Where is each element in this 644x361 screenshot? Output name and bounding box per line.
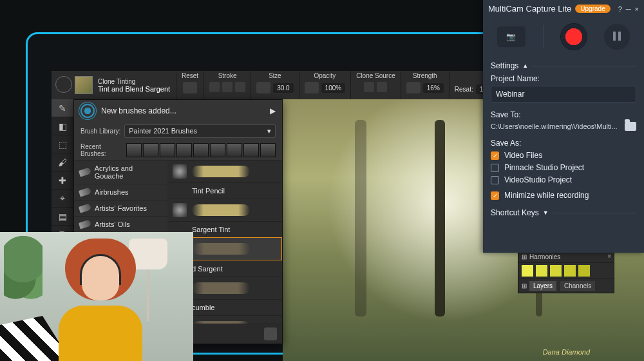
save-as-pinnacle-checkbox[interactable]: Pinnacle Studio Project [491, 163, 636, 172]
color-swatch[interactable] [536, 265, 547, 277]
eyedropper-tool-icon[interactable]: ✎ [52, 99, 73, 117]
brush-category-item[interactable]: Airbrushes [74, 184, 167, 200]
webcam-overlay [0, 232, 193, 361]
close-window-icon[interactable]: × [635, 5, 639, 14]
strength-label: Strength [413, 72, 437, 79]
plant-shape [4, 236, 43, 313]
minimize-window-icon[interactable]: ─ [626, 5, 631, 14]
opacity-icon[interactable] [305, 82, 319, 93]
recent-brush-thumb[interactable] [210, 143, 225, 157]
opacity-value[interactable]: 100% [321, 83, 346, 93]
tool-icon[interactable]: ◧ [52, 117, 73, 135]
checkbox-checked-icon: ✓ [491, 191, 499, 200]
brush-swatch-icon [173, 203, 187, 217]
reset-group: Reset [176, 71, 204, 99]
tool-icon[interactable]: ✚ [52, 171, 73, 190]
size-value[interactable]: 30.0 [273, 83, 293, 93]
save-as-label: Save As: [491, 139, 636, 148]
clone-icon[interactable] [364, 82, 374, 92]
recent-brush-thumb[interactable] [227, 143, 242, 157]
caret-up-icon: ▲ [522, 63, 528, 69]
color-swatch[interactable] [550, 265, 562, 277]
save-as-videostudio-checkbox[interactable]: VideoStudio Project [491, 175, 636, 184]
record-button[interactable] [561, 24, 587, 50]
brush-stroke-preview [192, 166, 250, 177]
recent-brushes-label: Recent Brushes: [80, 143, 122, 157]
recent-brush-thumb[interactable] [260, 143, 276, 157]
brush-category-item[interactable]: Artists' Favorites [74, 200, 167, 216]
project-name-input[interactable] [491, 86, 636, 102]
artist-signature: Dana Diamond [543, 348, 590, 356]
presenter [55, 239, 146, 361]
brush-icon [79, 203, 91, 213]
upgrade-badge[interactable]: Upgrade [575, 5, 610, 13]
brush-icon [79, 219, 91, 229]
caret-down-icon: ▼ [543, 210, 549, 216]
new-brushes-label: New brushes added... [101, 106, 176, 115]
save-as-video-checkbox[interactable]: ✓Video Files [491, 151, 636, 160]
save-to-path: C:\Users\noelle.wilmering\Videos\Multi..… [491, 122, 620, 130]
color-swatch[interactable] [564, 265, 576, 277]
capture-panel: MultiCam Capture Lite Upgrade ? ─ × 📷 Se… [483, 0, 644, 253]
stroke-opt-icon[interactable] [222, 82, 232, 92]
stroke-opt-icon[interactable] [209, 82, 220, 92]
brush-variant-item[interactable]: Tint Pencil [167, 182, 282, 199]
brush-category-label: Clone Tinting [98, 78, 176, 85]
brush-category-item[interactable]: Acrylics and Gouache [74, 160, 167, 184]
camera-settings-button[interactable]: 📷 [497, 26, 526, 47]
tool-icon[interactable]: ⌖ [52, 190, 73, 208]
harmonies-label: Harmonies [529, 253, 560, 260]
tree-shape [435, 120, 445, 317]
reset-label: Reset [182, 72, 198, 79]
refresh-icon[interactable] [55, 76, 72, 93]
brush-library-select[interactable]: Painter 2021 Brushes ▾ [124, 124, 276, 138]
settings-section-label[interactable]: Settings [491, 61, 518, 70]
brush-name-label: Tint and Blend Sargent [98, 85, 176, 93]
recent-brush-thumb[interactable] [176, 143, 192, 157]
brush-category-item[interactable]: Artists' Oils [74, 216, 167, 232]
tool-icon[interactable]: ▤ [52, 208, 73, 226]
separator [543, 25, 544, 48]
strength-group: Strength 16% [401, 71, 449, 99]
capture-title: MultiCam Capture Lite [488, 4, 571, 14]
brush-variant-item[interactable] [167, 199, 282, 221]
brush-icon [79, 187, 91, 197]
clone-icon[interactable] [377, 82, 387, 92]
brush-library-label: Brush Library: [80, 128, 120, 135]
compat-icon[interactable] [264, 327, 277, 340]
strength-value[interactable]: 16% [423, 83, 444, 93]
close-icon[interactable]: × [607, 253, 611, 260]
reset-icon[interactable] [183, 82, 197, 93]
stroke-group: Stroke [204, 71, 251, 99]
color-swatch[interactable] [578, 265, 590, 277]
recent-brush-thumb[interactable] [160, 143, 175, 157]
expand-arrow-icon[interactable]: ▶ [270, 106, 276, 115]
opacity-group: Opacity 100% [299, 71, 351, 99]
recent-brush-thumb[interactable] [193, 143, 209, 157]
size-icon[interactable] [256, 82, 270, 93]
layers-tab[interactable]: Layers [529, 281, 556, 291]
recent-brush-thumb[interactable] [243, 143, 259, 157]
clone-source-group: Clone Source [350, 71, 401, 99]
save-to-label: Save To: [491, 110, 636, 119]
brush-thumbnail[interactable] [75, 76, 93, 94]
brush-variant-item[interactable] [167, 160, 282, 182]
recent-brush-thumb[interactable] [126, 143, 142, 157]
color-swatch[interactable] [522, 265, 533, 277]
brush-tool-icon[interactable]: 🖌 [52, 153, 73, 171]
browse-folder-icon[interactable] [625, 122, 636, 131]
pause-button[interactable] [604, 24, 630, 50]
channels-tab[interactable]: Channels [560, 281, 595, 291]
checkbox-icon [491, 176, 499, 184]
recent-brush-thumb[interactable] [143, 143, 158, 157]
help-icon[interactable]: ? [618, 5, 622, 14]
shortcut-keys-label[interactable]: Shortcut Keys [491, 208, 539, 217]
checkbox-icon [491, 164, 499, 172]
stroke-opt-icon[interactable] [235, 82, 245, 92]
strength-icon[interactable] [406, 82, 421, 93]
brush-icon [79, 168, 91, 177]
minimize-checkbox[interactable]: ✓Minimize while recording [491, 191, 636, 200]
harmonies-panel: ⊞Harmonies× ⊞LayersChannels [518, 250, 614, 293]
brush-swatch-icon [173, 164, 187, 179]
tool-icon[interactable]: ⬚ [52, 135, 73, 153]
